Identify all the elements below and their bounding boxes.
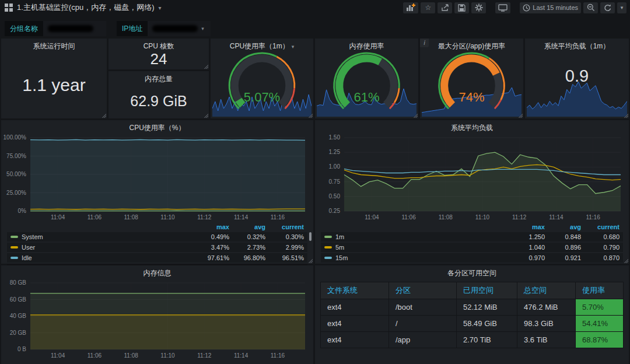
panel-resize-handle[interactable] xyxy=(308,258,313,263)
svg-text:100.00%: 100.00% xyxy=(4,134,26,141)
column-header-total[interactable]: 总空间 xyxy=(517,282,576,299)
time-range-button[interactable]: Last 15 minutes xyxy=(520,2,581,13)
group-name-select[interactable] xyxy=(43,21,106,36)
svg-text:11:06: 11:06 xyxy=(88,214,102,220)
legend-series-toggle[interactable]: 15m xyxy=(324,254,509,261)
star-icon: ☆ xyxy=(425,4,431,11)
svg-text:11:14: 11:14 xyxy=(234,214,249,220)
star-button[interactable]: ☆ xyxy=(421,2,435,13)
dashboard-grid-icon xyxy=(5,4,13,12)
panel-resize-handle[interactable] xyxy=(624,113,628,118)
column-header-used[interactable]: 已用空间 xyxy=(457,282,517,299)
group-name-label: 分组名称 xyxy=(5,21,43,36)
panel-title[interactable]: CPU使用率（%） xyxy=(1,120,313,133)
panel-title[interactable]: 系统平均负载（1m） xyxy=(525,38,629,51)
svg-text:11:06: 11:06 xyxy=(88,352,102,359)
legend-row-system: System 0.49% 0.32% 0.30% xyxy=(7,232,307,242)
svg-text:11:16: 11:16 xyxy=(586,214,600,220)
info-icon[interactable]: i xyxy=(420,38,429,47)
chevron-down-icon: ▾ xyxy=(292,44,295,50)
svg-text:1.25: 1.25 xyxy=(329,149,341,155)
svg-text:11:04: 11:04 xyxy=(51,352,65,359)
series-swatch xyxy=(324,257,332,259)
share-button[interactable] xyxy=(438,2,452,13)
panel-title[interactable]: 内存使用率 xyxy=(315,38,418,51)
legend-series-toggle[interactable]: Idle xyxy=(10,254,193,261)
panel-uptime: 系统运行时间 1.1 year xyxy=(1,38,107,118)
svg-text:11:10: 11:10 xyxy=(475,214,490,220)
panel-title[interactable]: 系统平均负载 xyxy=(315,120,629,133)
panel-title[interactable]: 系统运行时间 xyxy=(1,38,107,51)
settings-button[interactable] xyxy=(471,2,486,13)
cell-usage: 5.70% xyxy=(576,299,624,316)
table-header-row: 文件系统 分区 已用空间 总空间 使用率 xyxy=(321,282,624,299)
uptime-value: 1.1 year xyxy=(22,75,85,95)
cell-filesystem: ext4 xyxy=(321,316,389,332)
legend-series-toggle[interactable]: System xyxy=(10,233,193,240)
ip-select[interactable]: ▾ xyxy=(148,21,211,36)
panel-title[interactable]: 内存总量 xyxy=(108,71,209,84)
svg-text:74%: 74% xyxy=(459,90,484,104)
svg-text:25.00%: 25.00% xyxy=(6,190,26,196)
panel-title[interactable]: CPU 核数 xyxy=(108,38,209,51)
app-partition-gauge: 74% xyxy=(420,50,523,118)
navbar: 1.主机基础监控(cpu，内存，磁盘，网络) ▾ ☆ xyxy=(0,0,630,14)
cell-total: 3.6 TiB xyxy=(517,332,576,348)
panel-cpu-usage-gauge: CPU使用率（1m）▾ 5.07% xyxy=(211,38,313,118)
dashboard-title: 1.主机基础监控(cpu，内存，磁盘，网络) xyxy=(17,2,154,13)
tv-icon xyxy=(498,4,508,12)
table-row: ext4 /boot 52.12 MiB 476.2 MiB 5.70% xyxy=(321,299,624,316)
add-panel-button[interactable] xyxy=(403,2,418,13)
column-header-filesystem[interactable]: 文件系统 xyxy=(321,282,389,299)
panel-resize-handle[interactable] xyxy=(204,113,208,118)
panel-app-partition-gauge: i 最大分区(/app)使用率 74% xyxy=(420,38,523,118)
legend-row-5m: 5m 1.040 0.896 0.790 xyxy=(321,243,623,252)
save-button[interactable] xyxy=(454,2,469,13)
svg-text:40 GB: 40 GB xyxy=(10,313,27,319)
cell-partition: /app xyxy=(389,332,457,348)
refresh-button[interactable] xyxy=(600,2,615,13)
svg-text:75.00%: 75.00% xyxy=(6,153,26,159)
svg-text:11:14: 11:14 xyxy=(549,214,564,220)
panel-memory-usage-gauge: 内存使用率 61% xyxy=(315,38,418,118)
ip-label: IP地址 xyxy=(117,21,148,36)
svg-text:11:10: 11:10 xyxy=(160,352,175,359)
svg-text:11:04: 11:04 xyxy=(365,214,379,220)
panel-title[interactable]: CPU使用率（1m）▾ xyxy=(211,38,313,51)
svg-text:5.07%: 5.07% xyxy=(244,90,280,104)
legend-series-toggle[interactable]: User xyxy=(10,244,193,251)
cell-partition: / xyxy=(389,316,457,332)
svg-text:0 B: 0 B xyxy=(18,346,26,352)
column-header-usage[interactable]: 使用率 xyxy=(576,282,624,299)
clock-icon xyxy=(523,4,530,12)
panel-resize-handle[interactable] xyxy=(624,258,628,263)
svg-text:50.00%: 50.00% xyxy=(6,171,26,177)
svg-text:60 GB: 60 GB xyxy=(10,296,27,303)
svg-text:0.75: 0.75 xyxy=(329,178,341,185)
panel-title[interactable]: 最大分区(/app)使用率 xyxy=(420,38,523,51)
cpu-usage-gauge: 5.07% xyxy=(211,50,313,118)
load-average-chart: 11:0411:0611:0811:1011:1211:1411:160.250… xyxy=(317,133,626,222)
panel-resize-handle[interactable] xyxy=(102,113,106,118)
zoom-out-button[interactable] xyxy=(583,2,598,13)
cell-filesystem: ext4 xyxy=(321,332,389,348)
tv-mode-button[interactable] xyxy=(495,2,510,13)
load-chart-legend: max avg current 1m 1.250 0.848 0.680 5m … xyxy=(321,223,623,262)
legend-series-toggle[interactable]: 1m xyxy=(324,233,509,240)
svg-text:20 GB: 20 GB xyxy=(10,330,27,336)
panel-title[interactable]: 各分区可用空间 xyxy=(315,265,629,278)
share-icon xyxy=(441,4,449,12)
memory-usage-gauge: 61% xyxy=(315,50,418,118)
legend-row-15m: 15m 0.970 0.921 0.870 xyxy=(321,253,623,262)
column-header-partition[interactable]: 分区 xyxy=(389,282,457,299)
panel-title[interactable]: 内存信息 xyxy=(1,265,313,278)
legend-series-toggle[interactable]: 5m xyxy=(324,244,509,251)
redacted-value xyxy=(48,25,93,32)
svg-text:11:12: 11:12 xyxy=(197,352,212,359)
memory-info-chart: 11:0411:0611:0811:1011:1211:1411:160 B20… xyxy=(4,278,311,360)
refresh-interval-dropdown[interactable]: ▾ xyxy=(617,2,626,13)
table-row: ext4 / 58.49 GiB 98.3 GiB 54.41% xyxy=(321,316,624,332)
legend-scrollbar[interactable] xyxy=(309,232,312,241)
panel-resize-handle[interactable] xyxy=(204,64,208,69)
dashboard-title-dropdown[interactable]: 1.主机基础监控(cpu，内存，磁盘，网络) ▾ xyxy=(5,2,162,13)
